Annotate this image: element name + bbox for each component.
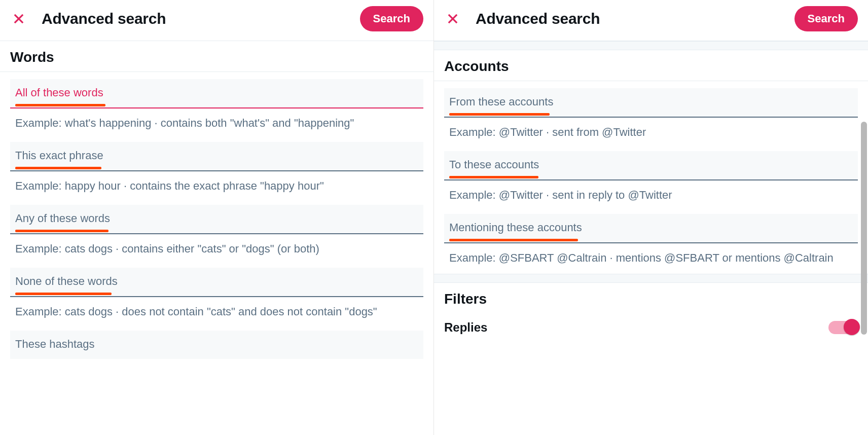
field-label: Any of these words	[15, 212, 110, 225]
field-hashtags[interactable]: These hashtags	[10, 331, 423, 359]
words-fields: All of these words Example: what's happe…	[0, 79, 433, 359]
field-label: Mentioning these accounts	[449, 221, 582, 234]
page-title: Advanced search	[42, 10, 166, 27]
panel-right: Advanced search Search Accounts From the…	[434, 0, 868, 435]
field-mentioning-accounts[interactable]: Mentioning these accounts	[444, 214, 858, 243]
header-left: Advanced search	[10, 10, 166, 27]
field-label: To these accounts	[449, 158, 539, 171]
search-button[interactable]: Search	[794, 6, 858, 31]
page-title: Advanced search	[476, 10, 600, 27]
field-label: From these accounts	[449, 95, 553, 108]
field-label: None of these words	[15, 275, 118, 288]
field-example: Example: @Twitter · sent from @Twitter	[444, 118, 858, 144]
scrollbar[interactable]	[861, 122, 867, 335]
toggle-knob	[844, 319, 860, 335]
field-label: This exact phrase	[15, 149, 103, 162]
field-label: All of these words	[15, 86, 103, 99]
field-example: Example: @Twitter · sent in reply to @Tw…	[444, 180, 858, 207]
body-left: Words All of these words Example: what's…	[0, 41, 433, 435]
section-strip	[434, 274, 868, 283]
filter-row-replies: Replies	[434, 313, 868, 340]
field-any-words[interactable]: Any of these words	[10, 205, 423, 234]
section-title-words: Words	[0, 41, 433, 72]
section-strip	[434, 41, 868, 50]
field-example: Example: happy hour · contains the exact…	[10, 171, 423, 198]
field-exact-phrase[interactable]: This exact phrase	[10, 142, 423, 171]
section-title-filters: Filters	[434, 283, 868, 313]
field-from-accounts[interactable]: From these accounts	[444, 88, 858, 118]
close-icon[interactable]	[10, 10, 27, 27]
filter-label: Replies	[444, 320, 487, 335]
body-right: Accounts From these accounts Example: @T…	[434, 41, 868, 435]
field-example: Example: what's happening · contains bot…	[10, 108, 423, 135]
field-all-words[interactable]: All of these words	[10, 79, 423, 108]
section-title-accounts: Accounts	[434, 50, 868, 81]
header: Advanced search Search	[434, 0, 868, 41]
field-example: Example: @SFBART @Caltrain · mentions @S…	[444, 243, 858, 270]
panel-left: Advanced search Search Words All of thes…	[0, 0, 434, 435]
header-left: Advanced search	[444, 10, 600, 27]
field-example: Example: cats dogs · contains either "ca…	[10, 234, 423, 261]
field-example: Example: cats dogs · does not contain "c…	[10, 297, 423, 323]
replies-toggle[interactable]	[828, 321, 858, 334]
accounts-fields: From these accounts Example: @Twitter · …	[434, 88, 868, 270]
search-button[interactable]: Search	[360, 6, 423, 31]
header: Advanced search Search	[0, 0, 433, 41]
field-to-accounts[interactable]: To these accounts	[444, 151, 858, 180]
close-icon[interactable]	[444, 10, 461, 27]
field-none-words[interactable]: None of these words	[10, 268, 423, 297]
field-label: These hashtags	[15, 338, 95, 351]
